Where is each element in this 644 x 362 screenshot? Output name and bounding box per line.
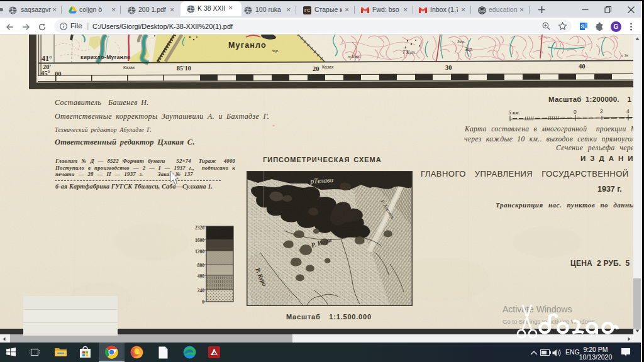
svg-text:45°: 45° — [41, 70, 50, 77]
svg-text:Казах: Казах — [123, 65, 135, 70]
svg-text:00: 00 — [55, 70, 62, 77]
svg-text:Зит.: Зит. — [457, 39, 465, 43]
svg-text:0: 0 — [202, 299, 204, 305]
svg-text:Зир.: Зир. — [272, 48, 279, 53]
svg-text:S: S — [580, 23, 584, 30]
svg-text:30: 30 — [445, 64, 452, 71]
svg-text:20: 20 — [313, 65, 319, 72]
svg-text:240: 240 — [197, 288, 205, 293]
svg-text:5 км.: 5 км. — [509, 110, 520, 116]
svg-text:Зир.: Зир. — [465, 47, 473, 52]
svg-text:400: 400 — [197, 273, 205, 279]
svg-text:кирихло-Муганло: кирихло-Муганло — [80, 54, 131, 60]
svg-text:800: 800 — [197, 263, 205, 268]
svg-text:40: 40 — [579, 63, 586, 70]
svg-text:0: 0 — [574, 109, 577, 115]
svg-text:рТелави: рТелави — [309, 176, 334, 185]
svg-text:в Зя: в Зя — [621, 53, 628, 57]
svg-text:41°: 41° — [42, 54, 52, 63]
svg-text:2320: 2320 — [195, 225, 204, 231]
svg-text:2: 2 — [600, 108, 603, 114]
svg-text:85'10: 85'10 — [177, 65, 191, 72]
svg-text:Казах: Казах — [322, 65, 334, 69]
svg-text:1200: 1200 — [195, 249, 204, 255]
svg-text:т Крт.: т Крт. — [348, 54, 361, 58]
svg-text:Т Кут.: Т Кут. — [402, 50, 416, 55]
svg-text:4: 4 — [626, 108, 630, 114]
svg-text:1600: 1600 — [195, 238, 204, 243]
svg-text:Муганло: Муганло — [228, 41, 267, 50]
